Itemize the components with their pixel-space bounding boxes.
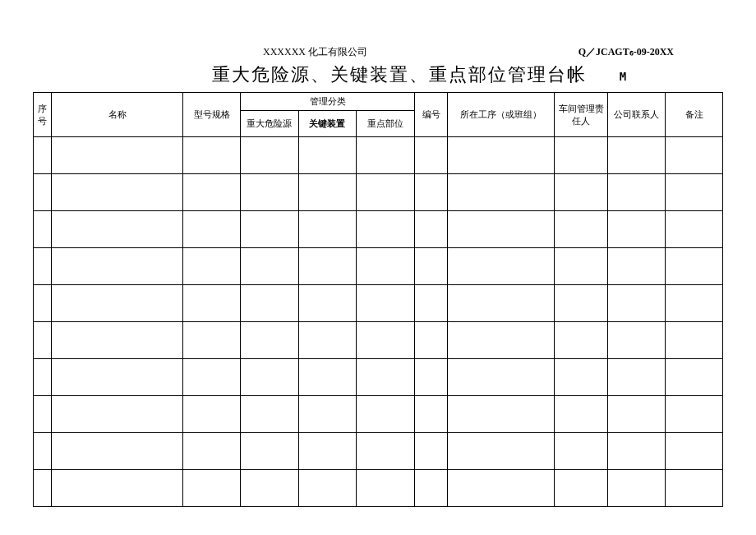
ledger-table: 序号 名称 型号规格 管理分类 编号 所在工序（或班组） 车间管理责任人 公司联… <box>33 92 723 507</box>
title-row: 重大危险源、关键装置、重点部位管理台帐 M <box>33 62 723 87</box>
table-cell <box>555 174 608 211</box>
table-row <box>34 470 723 507</box>
table-cell <box>666 137 723 174</box>
table-cell <box>555 137 608 174</box>
col-number: 编号 <box>415 93 448 137</box>
table-body <box>34 137 723 507</box>
table-row <box>34 433 723 470</box>
table-row <box>34 211 723 248</box>
table-cell <box>241 359 299 396</box>
table-cell <box>666 396 723 433</box>
table-cell <box>241 470 299 507</box>
table-cell <box>448 470 555 507</box>
table-cell <box>555 211 608 248</box>
table-cell <box>34 211 52 248</box>
col-seq: 序号 <box>34 93 52 137</box>
table-cell <box>666 211 723 248</box>
table-cell <box>448 211 555 248</box>
table-cell <box>52 248 183 285</box>
table-cell <box>34 359 52 396</box>
table-cell <box>357 174 415 211</box>
table-cell <box>666 433 723 470</box>
table-cell <box>448 433 555 470</box>
table-cell <box>52 322 183 359</box>
table-cell <box>415 470 448 507</box>
table-cell <box>183 137 241 174</box>
col-responsible: 车间管理责任人 <box>555 93 608 137</box>
table-cell <box>357 359 415 396</box>
table-cell <box>448 396 555 433</box>
col-model: 型号规格 <box>183 93 241 137</box>
table-cell <box>415 359 448 396</box>
col-remark: 备注 <box>666 93 723 137</box>
table-cell <box>34 174 52 211</box>
table-cell <box>241 211 299 248</box>
table-cell <box>52 433 183 470</box>
table-cell <box>52 359 183 396</box>
table-cell <box>298 470 357 507</box>
table-cell <box>241 433 299 470</box>
table-cell <box>357 248 415 285</box>
table-cell <box>608 174 666 211</box>
table-cell <box>448 285 555 322</box>
table-cell <box>666 470 723 507</box>
table-cell <box>608 137 666 174</box>
table-cell <box>357 470 415 507</box>
table-cell <box>34 322 52 359</box>
table-row <box>34 174 723 211</box>
table-cell <box>298 248 357 285</box>
table-cell <box>298 137 357 174</box>
table-cell <box>34 470 52 507</box>
table-cell <box>415 433 448 470</box>
table-cell <box>298 433 357 470</box>
table-cell <box>52 470 183 507</box>
doc-code: Q／JCAGT₆-09-20XX <box>579 45 674 59</box>
table-cell <box>183 248 241 285</box>
table-cell <box>666 322 723 359</box>
table-cell <box>555 285 608 322</box>
table-cell <box>183 285 241 322</box>
table-cell <box>555 322 608 359</box>
table-cell <box>183 359 241 396</box>
company-name: XXXXXX 化工有限公司 <box>263 45 367 59</box>
table-cell <box>241 137 299 174</box>
table-row <box>34 248 723 285</box>
table-cell <box>415 285 448 322</box>
table-cell <box>555 433 608 470</box>
col-cat-key: 关键装置 <box>298 111 357 137</box>
table-cell <box>608 396 666 433</box>
title-suffix: M <box>620 70 626 83</box>
table-cell <box>555 396 608 433</box>
table-cell <box>415 248 448 285</box>
table-cell <box>666 285 723 322</box>
table-cell <box>666 359 723 396</box>
table-cell <box>183 396 241 433</box>
col-cat-point: 重点部位 <box>357 111 415 137</box>
table-cell <box>183 433 241 470</box>
table-cell <box>608 322 666 359</box>
table-cell <box>448 359 555 396</box>
table-cell <box>415 211 448 248</box>
table-cell <box>241 174 299 211</box>
table-cell <box>608 470 666 507</box>
col-name: 名称 <box>52 93 183 137</box>
table-cell <box>34 433 52 470</box>
table-cell <box>608 359 666 396</box>
table-cell <box>183 211 241 248</box>
table-cell <box>183 174 241 211</box>
table-cell <box>415 396 448 433</box>
table-cell <box>448 137 555 174</box>
table-cell <box>608 433 666 470</box>
table-cell <box>298 396 357 433</box>
table-row <box>34 322 723 359</box>
table-cell <box>357 433 415 470</box>
table-cell <box>448 248 555 285</box>
table-cell <box>241 285 299 322</box>
table-cell <box>357 211 415 248</box>
col-cat-major: 重大危险源 <box>241 111 299 137</box>
table-cell <box>52 211 183 248</box>
table-cell <box>415 137 448 174</box>
table-cell <box>555 248 608 285</box>
table-cell <box>608 285 666 322</box>
table-cell <box>357 396 415 433</box>
